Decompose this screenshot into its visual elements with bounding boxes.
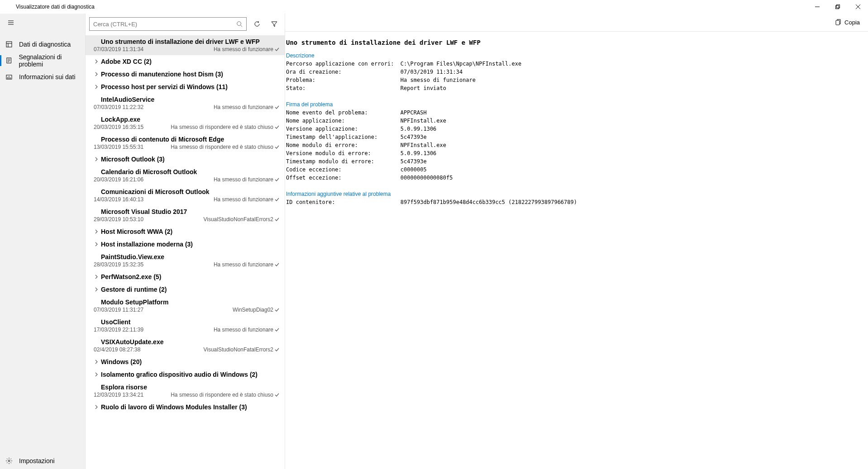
event-status: Ha smesso di funzionare xyxy=(214,327,279,333)
window-controls xyxy=(807,0,868,14)
event-status: Ha smesso di rispondere ed è stato chius… xyxy=(171,392,279,398)
nav-icon xyxy=(5,73,13,81)
event-title: IntelAudioService xyxy=(101,96,154,103)
svg-line-21 xyxy=(241,25,243,27)
chevron-right-icon[interactable] xyxy=(94,274,99,280)
chevron-right-icon[interactable] xyxy=(94,359,99,365)
event-title: Processo di manutenzione host Dism (3) xyxy=(101,71,223,78)
event-date: 13/03/2019 15:55:31 xyxy=(94,144,143,150)
chevron-right-icon[interactable] xyxy=(94,59,99,64)
event-status: Ha smesso di funzionare xyxy=(214,104,279,110)
detail-panel: Copia Uno strumento di installazione dei… xyxy=(285,14,868,469)
event-date: 02/4/2019 08:27:38 xyxy=(94,346,140,353)
event-date: 07/03/2019 11:22:32 xyxy=(94,104,143,110)
sidebar-item-1[interactable]: Segnalazioni di problemi xyxy=(0,52,85,69)
event-item[interactable]: Host Microsoft WWA (2) xyxy=(86,225,285,238)
event-item[interactable]: UsoClient17/03/2019 22:11:39Ha smesso di… xyxy=(86,316,285,336)
event-title: Processo di contenuto di Microsoft Edge xyxy=(101,136,224,143)
chevron-right-icon[interactable] xyxy=(94,71,99,77)
event-item[interactable]: LockApp.exe20/03/2019 16:35:15Ha smesso … xyxy=(86,113,285,133)
event-item[interactable]: Uno strumento di installazione dei drive… xyxy=(86,35,285,55)
event-status: Ha smesso di funzionare xyxy=(214,196,279,203)
copy-button[interactable]: Copia xyxy=(831,17,863,28)
sidebar-item-label: Dati di diagnostica xyxy=(19,41,71,48)
search-input[interactable] xyxy=(93,21,236,28)
event-item[interactable]: Modulo SetupPlatform07/03/2019 11:31:27W… xyxy=(86,296,285,316)
event-title: VSIXAutoUpdate.exe xyxy=(101,338,163,346)
event-panel: Uno strumento di installazione dei drive… xyxy=(86,14,285,469)
search-box[interactable] xyxy=(89,17,247,31)
event-title: UsoClient xyxy=(101,318,130,326)
event-title: Esplora risorse xyxy=(101,384,147,391)
event-title: Uno strumento di installazione dei drive… xyxy=(101,38,260,45)
event-item[interactable]: Windows (20) xyxy=(86,355,285,368)
nav-icon xyxy=(5,41,13,48)
sidebar-item-settings[interactable]: Impostazioni xyxy=(0,453,85,469)
window-title: Visualizzatore dati di diagnostica xyxy=(16,4,95,10)
refresh-icon xyxy=(253,20,261,28)
sidebar-item-label: Impostazioni xyxy=(19,457,55,464)
hamburger-button[interactable] xyxy=(2,14,20,32)
event-status: Ha smesso di funzionare xyxy=(214,176,279,183)
event-item[interactable]: Comunicazioni di Microsoft Outlook14/03/… xyxy=(86,185,285,205)
event-date: 20/03/2019 16:21:06 xyxy=(94,176,143,183)
sidebar-item-0[interactable]: Dati di diagnostica xyxy=(0,36,85,52)
event-status: Ha smesso di rispondere ed è stato chius… xyxy=(171,144,279,150)
event-item[interactable]: Microsoft Outlook (3) xyxy=(86,153,285,166)
chevron-right-icon[interactable] xyxy=(94,229,99,234)
svg-rect-2 xyxy=(836,5,839,8)
chevron-right-icon[interactable] xyxy=(94,404,99,410)
event-list[interactable]: Uno strumento di installazione dei drive… xyxy=(86,34,285,469)
event-item[interactable]: Gestore di runtime (2) xyxy=(86,283,285,296)
event-date: 07/03/2019 11:31:34 xyxy=(94,46,143,52)
svg-rect-22 xyxy=(836,20,839,25)
event-title: LockApp.exe xyxy=(101,116,140,123)
event-item[interactable]: Processo di manutenzione host Dism (3) xyxy=(86,68,285,81)
close-icon xyxy=(856,5,860,9)
event-item[interactable]: Calendario di Microsoft Outlook20/03/201… xyxy=(86,166,285,185)
event-item[interactable]: Esplora risorse12/03/2019 13:34:21Ha sme… xyxy=(86,381,285,401)
event-item[interactable]: PerfWatson2.exe (5) xyxy=(86,270,285,283)
refresh-button[interactable] xyxy=(250,17,264,31)
event-item[interactable]: Adobe XD CC (2) xyxy=(86,55,285,68)
event-item[interactable]: Processo host per servizi di Windows (11… xyxy=(86,81,285,93)
chevron-right-icon[interactable] xyxy=(94,372,99,377)
filter-button[interactable] xyxy=(267,17,281,31)
event-title: Ruolo di lavoro di Windows Modules Insta… xyxy=(101,403,247,411)
event-title: Windows (20) xyxy=(101,358,142,365)
event-date: 20/03/2019 16:35:15 xyxy=(94,124,143,130)
event-title: Comunicazioni di Microsoft Outlook xyxy=(101,188,210,195)
close-button[interactable] xyxy=(848,0,868,14)
event-status: WinSetupDiag02 xyxy=(233,307,279,313)
chevron-right-icon[interactable] xyxy=(94,242,99,247)
event-title: PerfWatson2.exe (5) xyxy=(101,273,161,280)
chevron-right-icon[interactable] xyxy=(94,156,99,162)
event-date: 07/03/2019 11:31:27 xyxy=(94,307,143,313)
detail-title: Uno strumento di installazione dei drive… xyxy=(286,39,861,46)
event-item[interactable]: IntelAudioService07/03/2019 11:22:32Ha s… xyxy=(86,93,285,113)
sidebar-item-2[interactable]: Informazioni sui dati xyxy=(0,69,85,85)
event-title: Gestore di runtime (2) xyxy=(101,286,167,293)
event-title: Processo host per servizi di Windows (11… xyxy=(101,83,228,90)
detail-content: Descrizione Percorso applicazione con er… xyxy=(286,52,861,214)
event-item[interactable]: Microsoft Visual Studio 201729/03/2019 1… xyxy=(86,205,285,225)
event-title: Modulo SetupPlatform xyxy=(101,298,168,306)
gear-icon xyxy=(5,457,13,464)
sidebar: Dati di diagnosticaSegnalazioni di probl… xyxy=(0,14,86,469)
maximize-button[interactable] xyxy=(827,0,848,14)
hamburger-icon xyxy=(7,19,14,26)
event-item[interactable]: Isolamento grafico dispositivo audio di … xyxy=(86,368,285,381)
minimize-button[interactable] xyxy=(807,0,827,14)
chevron-right-icon[interactable] xyxy=(94,287,99,292)
event-item[interactable]: VSIXAutoUpdate.exe02/4/2019 08:27:38Visu… xyxy=(86,336,285,355)
event-status: Ha smesso di rispondere ed è stato chius… xyxy=(171,124,279,130)
event-item[interactable]: Processo di contenuto di Microsoft Edge1… xyxy=(86,133,285,153)
titlebar: Visualizzatore dati di diagnostica xyxy=(0,0,868,14)
event-status: Ha smesso di funzionare xyxy=(214,261,279,268)
event-title: Microsoft Outlook (3) xyxy=(101,156,165,163)
event-item[interactable]: Host installazione moderna (3) xyxy=(86,238,285,251)
event-item[interactable]: PaintStudio.View.exe28/03/2019 15:32:35H… xyxy=(86,251,285,270)
event-status: VisualStudioNonFatalErrors2 xyxy=(203,216,279,223)
chevron-right-icon[interactable] xyxy=(94,84,99,90)
event-item[interactable]: Ruolo di lavoro di Windows Modules Insta… xyxy=(86,401,285,413)
